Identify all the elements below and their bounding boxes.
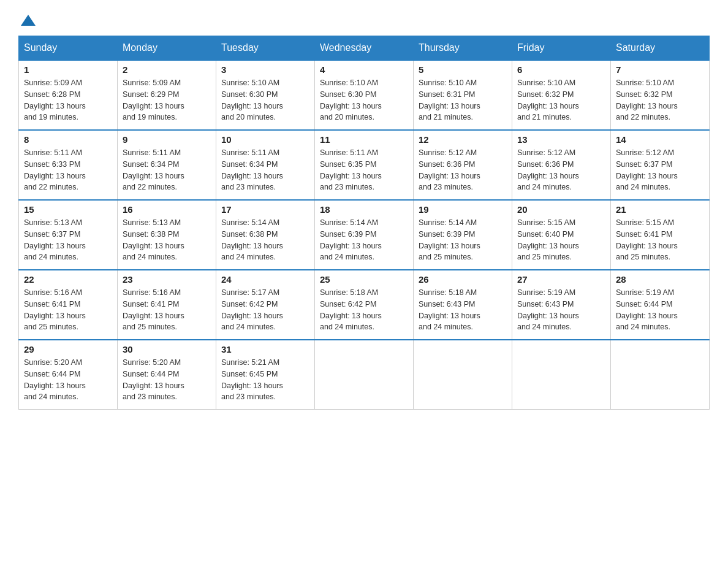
calendar-cell: 14 Sunrise: 5:12 AM Sunset: 6:37 PM Dayl… <box>611 130 710 200</box>
daylight-label: Daylight: 13 hours <box>517 102 579 110</box>
sunrise-label: Sunrise: 5:09 AM <box>24 79 82 87</box>
day-number: 10 <box>221 134 309 145</box>
daylight-label: Daylight: 13 hours <box>517 312 579 320</box>
day-info: Sunrise: 5:10 AM Sunset: 6:30 PM Dayligh… <box>221 77 309 123</box>
sunrise-label: Sunrise: 5:10 AM <box>419 79 477 87</box>
day-header-sunday: Sunday <box>19 36 118 61</box>
day-info: Sunrise: 5:20 AM Sunset: 6:44 PM Dayligh… <box>24 357 112 403</box>
day-info: Sunrise: 5:13 AM Sunset: 6:38 PM Dayligh… <box>123 217 211 263</box>
sunrise-label: Sunrise: 5:12 AM <box>616 148 674 157</box>
day-number: 2 <box>123 64 211 75</box>
sunrise-label: Sunrise: 5:17 AM <box>221 288 279 297</box>
calendar-cell: 11 Sunrise: 5:11 AM Sunset: 6:35 PM Dayl… <box>315 130 414 200</box>
daylight-label: Daylight: 13 hours <box>517 172 579 180</box>
day-info: Sunrise: 5:14 AM Sunset: 6:39 PM Dayligh… <box>320 217 408 263</box>
day-info: Sunrise: 5:20 AM Sunset: 6:44 PM Dayligh… <box>123 357 211 403</box>
daylight-minutes: and 20 minutes. <box>221 113 276 121</box>
day-info: Sunrise: 5:10 AM Sunset: 6:32 PM Dayligh… <box>616 77 704 123</box>
day-info: Sunrise: 5:12 AM Sunset: 6:36 PM Dayligh… <box>419 147 507 193</box>
day-number: 7 <box>616 64 704 75</box>
daylight-label: Daylight: 13 hours <box>221 172 283 180</box>
daylight-label: Daylight: 13 hours <box>24 242 86 250</box>
daylight-minutes: and 19 minutes. <box>24 113 78 121</box>
sunset-label: Sunset: 6:37 PM <box>24 230 80 239</box>
daylight-minutes: and 24 minutes. <box>24 393 78 401</box>
daylight-minutes: and 24 minutes. <box>320 323 374 331</box>
daylight-minutes: and 24 minutes. <box>419 323 473 331</box>
sunset-label: Sunset: 6:34 PM <box>221 160 278 169</box>
daylight-label: Daylight: 13 hours <box>24 312 86 320</box>
day-info: Sunrise: 5:18 AM Sunset: 6:43 PM Dayligh… <box>419 287 507 333</box>
sunset-label: Sunset: 6:33 PM <box>24 160 80 169</box>
day-info: Sunrise: 5:11 AM Sunset: 6:35 PM Dayligh… <box>320 147 408 193</box>
sunrise-label: Sunrise: 5:15 AM <box>616 218 674 227</box>
daylight-label: Daylight: 13 hours <box>320 242 382 250</box>
daylight-minutes: and 24 minutes. <box>616 323 670 331</box>
calendar-cell: 1 Sunrise: 5:09 AM Sunset: 6:28 PM Dayli… <box>19 60 118 130</box>
daylight-minutes: and 19 minutes. <box>123 113 177 121</box>
sunset-label: Sunset: 6:42 PM <box>221 300 278 308</box>
daylight-minutes: and 20 minutes. <box>320 113 374 121</box>
calendar-cell: 5 Sunrise: 5:10 AM Sunset: 6:31 PM Dayli… <box>414 60 512 130</box>
day-info: Sunrise: 5:21 AM Sunset: 6:45 PM Dayligh… <box>221 357 309 403</box>
day-number: 17 <box>221 204 309 215</box>
calendar-cell: 25 Sunrise: 5:18 AM Sunset: 6:42 PM Dayl… <box>315 270 414 340</box>
sunset-label: Sunset: 6:43 PM <box>419 300 475 308</box>
calendar-cell <box>512 340 611 410</box>
day-number: 12 <box>419 134 507 145</box>
day-info: Sunrise: 5:12 AM Sunset: 6:36 PM Dayligh… <box>517 147 605 193</box>
day-number: 13 <box>517 134 605 145</box>
calendar-cell: 19 Sunrise: 5:14 AM Sunset: 6:39 PM Dayl… <box>414 200 512 270</box>
day-header-wednesday: Wednesday <box>315 36 414 61</box>
daylight-label: Daylight: 13 hours <box>419 102 480 110</box>
day-info: Sunrise: 5:16 AM Sunset: 6:41 PM Dayligh… <box>24 287 112 333</box>
sunset-label: Sunset: 6:39 PM <box>419 230 475 239</box>
calendar-cell: 27 Sunrise: 5:19 AM Sunset: 6:43 PM Dayl… <box>512 270 611 340</box>
day-number: 23 <box>123 274 211 285</box>
calendar-cell: 12 Sunrise: 5:12 AM Sunset: 6:36 PM Dayl… <box>414 130 512 200</box>
day-number: 19 <box>419 204 507 215</box>
daylight-minutes: and 23 minutes. <box>419 183 473 191</box>
logo-icon <box>20 12 37 29</box>
sunset-label: Sunset: 6:41 PM <box>616 230 672 239</box>
sunset-label: Sunset: 6:37 PM <box>616 160 672 169</box>
daylight-label: Daylight: 13 hours <box>123 242 184 250</box>
sunrise-label: Sunrise: 5:19 AM <box>517 288 575 297</box>
daylight-label: Daylight: 13 hours <box>320 312 382 320</box>
sunrise-label: Sunrise: 5:18 AM <box>320 288 378 297</box>
calendar-cell <box>611 340 710 410</box>
sunset-label: Sunset: 6:30 PM <box>320 90 376 99</box>
sunrise-label: Sunrise: 5:10 AM <box>320 79 378 87</box>
day-number: 22 <box>24 274 112 285</box>
daylight-label: Daylight: 13 hours <box>123 381 184 390</box>
day-header-monday: Monday <box>118 36 216 61</box>
sunset-label: Sunset: 6:39 PM <box>320 230 376 239</box>
daylight-minutes: and 24 minutes. <box>517 183 572 191</box>
sunrise-label: Sunrise: 5:14 AM <box>320 218 378 227</box>
day-number: 4 <box>320 64 408 75</box>
sunrise-label: Sunrise: 5:19 AM <box>616 288 674 297</box>
day-info: Sunrise: 5:17 AM Sunset: 6:42 PM Dayligh… <box>221 287 309 333</box>
day-number: 31 <box>221 344 309 354</box>
day-info: Sunrise: 5:11 AM Sunset: 6:33 PM Dayligh… <box>24 147 112 193</box>
day-number: 11 <box>320 134 408 145</box>
page-header <box>18 12 710 29</box>
sunset-label: Sunset: 6:35 PM <box>320 160 376 169</box>
daylight-minutes: and 23 minutes. <box>221 183 276 191</box>
calendar-cell <box>414 340 512 410</box>
day-header-saturday: Saturday <box>611 36 710 61</box>
daylight-minutes: and 24 minutes. <box>221 253 276 261</box>
calendar-cell: 22 Sunrise: 5:16 AM Sunset: 6:41 PM Dayl… <box>19 270 118 340</box>
week-row-2: 8 Sunrise: 5:11 AM Sunset: 6:33 PM Dayli… <box>19 130 710 200</box>
calendar-cell: 4 Sunrise: 5:10 AM Sunset: 6:30 PM Dayli… <box>315 60 414 130</box>
calendar-cell: 21 Sunrise: 5:15 AM Sunset: 6:41 PM Dayl… <box>611 200 710 270</box>
day-number: 18 <box>320 204 408 215</box>
day-info: Sunrise: 5:09 AM Sunset: 6:28 PM Dayligh… <box>24 77 112 123</box>
sunset-label: Sunset: 6:28 PM <box>24 90 80 99</box>
calendar-cell: 8 Sunrise: 5:11 AM Sunset: 6:33 PM Dayli… <box>19 130 118 200</box>
day-info: Sunrise: 5:11 AM Sunset: 6:34 PM Dayligh… <box>221 147 309 193</box>
sunrise-label: Sunrise: 5:14 AM <box>419 218 477 227</box>
sunrise-label: Sunrise: 5:10 AM <box>616 79 674 87</box>
daylight-minutes: and 22 minutes. <box>616 113 670 121</box>
day-info: Sunrise: 5:16 AM Sunset: 6:41 PM Dayligh… <box>123 287 211 333</box>
